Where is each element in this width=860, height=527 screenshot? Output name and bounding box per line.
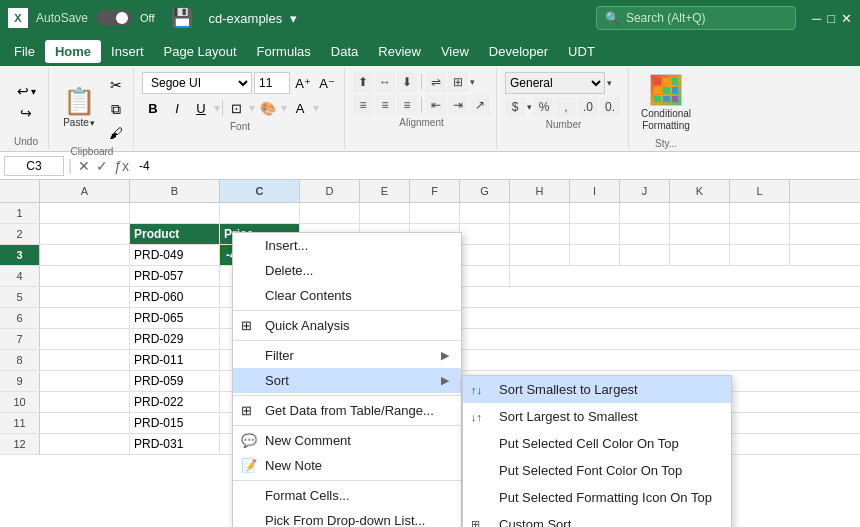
cell-A2[interactable] bbox=[40, 224, 130, 244]
copy-button[interactable]: ⧉ bbox=[105, 98, 127, 120]
cell-L2[interactable] bbox=[730, 224, 790, 244]
cell-A6[interactable] bbox=[40, 308, 130, 328]
menu-udt[interactable]: UDT bbox=[558, 40, 605, 63]
col-header-C[interactable]: C bbox=[220, 180, 300, 202]
format-painter-button[interactable]: 🖌 bbox=[105, 122, 127, 144]
cell-B4[interactable]: PRD-057 bbox=[130, 266, 220, 286]
number-format-selector[interactable]: General bbox=[505, 72, 605, 94]
menu-review[interactable]: Review bbox=[368, 40, 431, 63]
border-button[interactable]: ⊡ bbox=[225, 97, 247, 119]
redo-button[interactable]: ↪ bbox=[10, 103, 42, 123]
close-icon[interactable]: ✕ bbox=[841, 11, 852, 26]
indent-less-button[interactable]: ⇤ bbox=[426, 95, 446, 115]
col-header-H[interactable]: H bbox=[510, 180, 570, 202]
col-header-K[interactable]: K bbox=[670, 180, 730, 202]
increase-decimal-button[interactable]: .0 bbox=[578, 97, 598, 117]
cell-L3[interactable] bbox=[730, 245, 790, 265]
menu-formulas[interactable]: Formulas bbox=[247, 40, 321, 63]
menu-file[interactable]: File bbox=[4, 40, 45, 63]
col-header-A[interactable]: A bbox=[40, 180, 130, 202]
cell-A12[interactable] bbox=[40, 434, 130, 454]
cell-E1[interactable] bbox=[360, 203, 410, 223]
cell-A10[interactable] bbox=[40, 392, 130, 412]
ctx-format-cells[interactable]: Format Cells... bbox=[233, 483, 461, 508]
filename-dropdown-icon[interactable]: ▾ bbox=[290, 11, 297, 26]
col-header-I[interactable]: I bbox=[570, 180, 620, 202]
cell-F1[interactable] bbox=[410, 203, 460, 223]
orientation-button[interactable]: ↗ bbox=[470, 95, 490, 115]
cell-J1[interactable] bbox=[620, 203, 670, 223]
align-top-button[interactable]: ⬆ bbox=[353, 72, 373, 92]
merge-button[interactable]: ⊞ bbox=[448, 72, 468, 92]
decrease-font-size-button[interactable]: A⁻ bbox=[316, 72, 338, 94]
comma-button[interactable]: , bbox=[556, 97, 576, 117]
cell-B3[interactable]: PRD-049 bbox=[130, 245, 220, 265]
cut-button[interactable]: ✂ bbox=[105, 74, 127, 96]
ctx-get-data[interactable]: ⊞ Get Data from Table/Range... bbox=[233, 398, 461, 423]
menu-view[interactable]: View bbox=[431, 40, 479, 63]
menu-data[interactable]: Data bbox=[321, 40, 368, 63]
menu-insert[interactable]: Insert bbox=[101, 40, 154, 63]
cell-A1[interactable] bbox=[40, 203, 130, 223]
menu-developer[interactable]: Developer bbox=[479, 40, 558, 63]
ctx-quick-analysis[interactable]: ⊞ Quick Analysis bbox=[233, 313, 461, 338]
cell-H2[interactable] bbox=[510, 224, 570, 244]
percent-button[interactable]: % bbox=[534, 97, 554, 117]
confirm-formula-icon[interactable]: ✓ bbox=[94, 156, 110, 176]
sort-smallest-largest[interactable]: ↑↓ Sort Smallest to Largest bbox=[463, 376, 731, 403]
formula-input[interactable] bbox=[135, 159, 856, 173]
align-left-button[interactable]: ≡ bbox=[353, 95, 373, 115]
cell-A4[interactable] bbox=[40, 266, 130, 286]
search-box[interactable]: 🔍 Search (Alt+Q) bbox=[596, 6, 796, 30]
sort-cell-color-top[interactable]: Put Selected Cell Color On Top bbox=[463, 430, 731, 457]
cell-B5[interactable]: PRD-060 bbox=[130, 287, 220, 307]
ctx-delete[interactable]: Delete... bbox=[233, 258, 461, 283]
cell-B11[interactable]: PRD-015 bbox=[130, 413, 220, 433]
decrease-decimal-button[interactable]: 0. bbox=[600, 97, 620, 117]
col-header-L[interactable]: L bbox=[730, 180, 790, 202]
cell-B9[interactable]: PRD-059 bbox=[130, 371, 220, 391]
col-header-J[interactable]: J bbox=[620, 180, 670, 202]
cell-J2[interactable] bbox=[620, 224, 670, 244]
menu-page-layout[interactable]: Page Layout bbox=[154, 40, 247, 63]
font-color-button[interactable]: A bbox=[289, 97, 311, 119]
font-name-selector[interactable]: Segoe UI bbox=[142, 72, 252, 94]
cell-K3[interactable] bbox=[670, 245, 730, 265]
cell-I3[interactable] bbox=[570, 245, 620, 265]
cell-J3[interactable] bbox=[620, 245, 670, 265]
cell-H1[interactable] bbox=[510, 203, 570, 223]
cell-A5[interactable] bbox=[40, 287, 130, 307]
cell-G3[interactable] bbox=[460, 245, 510, 265]
cell-K2[interactable] bbox=[670, 224, 730, 244]
col-header-G[interactable]: G bbox=[460, 180, 510, 202]
custom-sort[interactable]: ⊞ Custom Sort... bbox=[463, 511, 731, 527]
col-header-F[interactable]: F bbox=[410, 180, 460, 202]
autosave-toggle[interactable] bbox=[96, 10, 132, 26]
cell-K1[interactable] bbox=[670, 203, 730, 223]
ctx-sort[interactable]: Sort ▶ bbox=[233, 368, 461, 393]
increase-font-size-button[interactable]: A⁺ bbox=[292, 72, 314, 94]
cell-G4[interactable] bbox=[460, 266, 510, 286]
cell-A8[interactable] bbox=[40, 350, 130, 370]
currency-button[interactable]: $ bbox=[505, 97, 525, 117]
ctx-filter[interactable]: Filter ▶ bbox=[233, 343, 461, 368]
align-bottom-button[interactable]: ⬇ bbox=[397, 72, 417, 92]
cell-A3[interactable] bbox=[40, 245, 130, 265]
bold-button[interactable]: B bbox=[142, 97, 164, 119]
save-icon[interactable]: 💾 bbox=[171, 7, 193, 29]
ctx-pick-dropdown[interactable]: Pick From Drop-down List... bbox=[233, 508, 461, 527]
cell-I2[interactable] bbox=[570, 224, 620, 244]
italic-button[interactable]: I bbox=[166, 97, 188, 119]
cell-G1[interactable] bbox=[460, 203, 510, 223]
align-middle-button[interactable]: ↔ bbox=[375, 72, 395, 92]
sort-largest-smallest[interactable]: ↓↑ Sort Largest to Smallest bbox=[463, 403, 731, 430]
maximize-icon[interactable]: □ bbox=[827, 11, 835, 26]
cell-G2[interactable] bbox=[460, 224, 510, 244]
fill-color-button[interactable]: 🎨 bbox=[257, 97, 279, 119]
cell-B2[interactable]: Product bbox=[130, 224, 220, 244]
cell-reference-input[interactable] bbox=[4, 156, 64, 176]
cancel-formula-icon[interactable]: ✕ bbox=[76, 156, 92, 176]
menu-home[interactable]: Home bbox=[45, 40, 101, 63]
cell-C1[interactable] bbox=[220, 203, 300, 223]
col-header-B[interactable]: B bbox=[130, 180, 220, 202]
